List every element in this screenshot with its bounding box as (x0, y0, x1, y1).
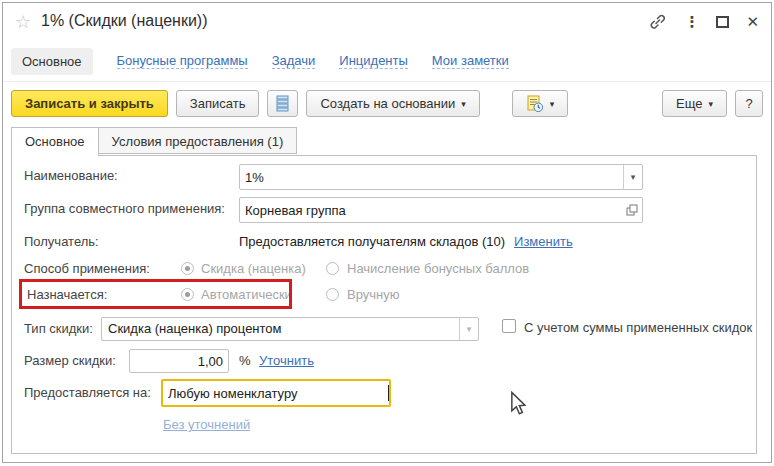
discount-card-window: ☆ 1% (Скидки (наценки)) ⋮ ✕ Основное Бон… (2, 2, 772, 463)
shared-group-input[interactable] (240, 198, 622, 222)
percent-sign: % (239, 353, 251, 368)
recipient-label: Получатель: (24, 234, 99, 249)
no-refinements-link[interactable]: Без уточнений (163, 417, 250, 432)
radio-bonus-points-label: Начисление бонусных баллов (347, 261, 529, 276)
discount-type-label: Тип скидки: (24, 321, 93, 336)
copy-link-icon[interactable] (648, 12, 667, 31)
radio-discount-markup-label: Скидка (наценка) (201, 261, 306, 276)
discount-size-field (129, 349, 229, 373)
applied-discounts-checkbox-label[interactable]: С учетом суммы примененных скидок (524, 320, 752, 335)
text-caret (388, 385, 389, 401)
applied-discounts-checkbox[interactable] (502, 319, 516, 333)
apply-method-label: Способ применения: (24, 261, 150, 276)
nav-item-main[interactable]: Основное (11, 48, 93, 75)
close-icon[interactable]: ✕ (746, 13, 759, 31)
refine-link[interactable]: Уточнить (259, 353, 314, 368)
name-input[interactable] (240, 165, 623, 189)
dropdown-arrow-icon: ▾ (461, 99, 466, 109)
main-form-panel: Наименование: ▾ Группа совместного приме… (11, 155, 757, 454)
radio-manual (326, 288, 339, 301)
open-icon[interactable] (622, 198, 642, 222)
maximize-icon[interactable] (716, 16, 729, 28)
toolbar: Записать и закрыть Записать Создать на о… (11, 90, 763, 117)
recipient-value: Предоставляется получателям складов (10) (239, 234, 505, 249)
discount-type-dropdown-icon[interactable]: ▾ (459, 318, 478, 340)
provided-for-input[interactable] (163, 381, 388, 405)
radio-automatic-label: Автоматически (201, 287, 292, 302)
discount-size-label: Размер скидки: (24, 353, 116, 368)
navigation-bar: Основное Бонусные программы Задачи Инцид… (11, 47, 509, 75)
provided-for-field (161, 379, 391, 407)
window-menu-icon[interactable]: ⋮ (684, 13, 699, 31)
radio-manual-label: Вручную (347, 287, 399, 302)
name-field: ▾ (239, 164, 643, 190)
recipient-change-link[interactable]: Изменить (514, 234, 573, 249)
nav-item-incidents[interactable]: Инциденты (339, 53, 408, 69)
stack-icon (276, 95, 289, 112)
titlebar: ☆ 1% (Скидки (наценки)) ⋮ ✕ (3, 3, 771, 43)
save-button[interactable]: Записать (176, 90, 260, 117)
nav-item-my-notes[interactable]: Мои заметки (432, 53, 509, 69)
discount-size-input[interactable] (130, 350, 228, 372)
document-clock-icon (526, 95, 544, 113)
more-button[interactable]: Еще▾ (662, 90, 727, 117)
tab-strip: Основное Условия предоставления (1) (11, 127, 297, 156)
discount-type-value[interactable]: Скидка (наценка) процентом (102, 318, 459, 340)
name-label: Наименование: (24, 168, 118, 183)
radio-automatic (181, 288, 194, 301)
radio-bonus-points (326, 262, 339, 275)
register-records-button[interactable] (267, 90, 298, 117)
page-title: 1% (Скидки (наценки)) (41, 12, 207, 30)
scheduled-document-button[interactable]: ▾ (512, 90, 569, 117)
nav-item-tasks[interactable]: Задачи (272, 53, 316, 69)
shared-group-field (239, 197, 643, 223)
dropdown-arrow-icon: ▾ (550, 99, 555, 109)
assignment-label: Назначается: (27, 287, 107, 302)
radio-discount-markup (181, 262, 194, 275)
shared-group-label: Группа совместного применения: (24, 201, 225, 216)
tab-provision-conditions[interactable]: Условия предоставления (1) (99, 127, 298, 154)
help-button[interactable]: ? (735, 90, 763, 117)
nav-item-bonus-programs[interactable]: Бонусные программы (117, 53, 248, 69)
nav-separator (3, 81, 771, 82)
discount-type-combo: Скидка (наценка) процентом ▾ (101, 317, 479, 341)
provided-for-label: Предоставляется на: (24, 385, 151, 400)
tab-main[interactable]: Основное (11, 127, 99, 156)
save-and-close-button[interactable]: Записать и закрыть (11, 90, 168, 117)
favorite-star-icon[interactable]: ☆ (15, 11, 31, 33)
create-based-on-button[interactable]: Создать на основании▾ (306, 90, 479, 117)
dropdown-arrow-icon: ▾ (708, 99, 713, 109)
name-dropdown-icon[interactable]: ▾ (623, 165, 642, 189)
